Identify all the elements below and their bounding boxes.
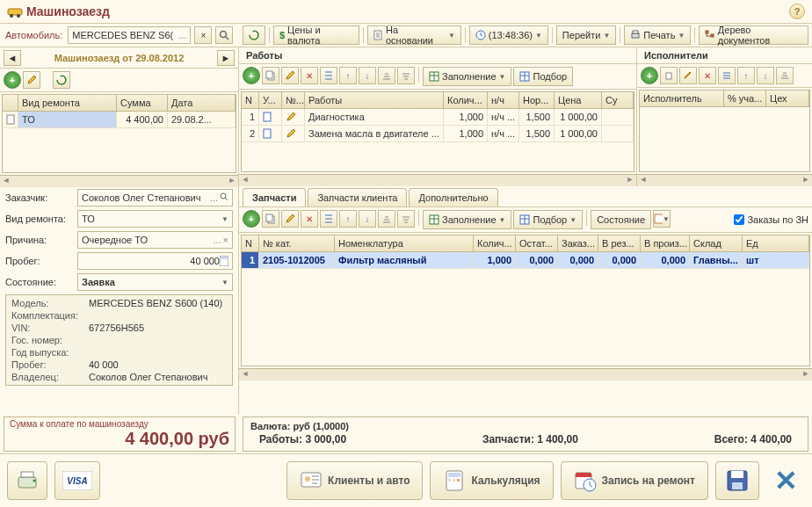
svg-point-3 <box>221 32 227 38</box>
prices-button[interactable]: $Цены и валюта <box>273 25 359 45</box>
svg-rect-10 <box>711 34 714 37</box>
svg-rect-36 <box>448 473 460 477</box>
svg-line-4 <box>226 37 228 40</box>
svg-rect-38 <box>453 479 455 482</box>
add-button[interactable]: + <box>243 67 260 84</box>
svg-rect-17 <box>266 71 272 78</box>
table-row[interactable]: 1 Диагностика 1,000 н/ч ... 1,500 1 000,… <box>242 109 634 126</box>
tree-button[interactable]: Дерево документов <box>699 25 808 45</box>
svg-point-30 <box>33 480 36 482</box>
tab-extra[interactable]: Дополнительно <box>409 188 497 206</box>
svg-rect-24 <box>266 214 272 221</box>
book-button[interactable]: Запись на ремонт <box>561 461 708 500</box>
delete-icon[interactable]: ✕ <box>301 210 318 228</box>
svg-line-13 <box>225 198 228 200</box>
refresh-small[interactable] <box>243 25 265 45</box>
list-icon[interactable] <box>718 67 736 84</box>
state-input[interactable]: Заявка▼ <box>77 273 233 291</box>
table-icon <box>519 71 530 82</box>
tree-icon[interactable] <box>320 210 337 228</box>
mileage-input[interactable]: 40 000 <box>77 252 233 270</box>
orders-checkbox[interactable]: Заказы по ЗН <box>734 210 808 229</box>
visa-button[interactable]: VISA <box>54 461 100 500</box>
goto-button[interactable]: Перейти▼ <box>556 25 617 45</box>
close-button[interactable]: ✕ <box>766 461 805 500</box>
add-button[interactable]: + <box>4 71 21 89</box>
copy-icon[interactable] <box>262 67 279 84</box>
add-button[interactable]: + <box>641 67 658 84</box>
footer: VISA Клиенты и авто Калькуляция Запись н… <box>0 453 812 507</box>
totals-left: Сумма к оплате по машинозаезду 4 400,00 … <box>4 416 236 452</box>
tree-icon <box>705 30 715 40</box>
svg-rect-27 <box>655 214 663 223</box>
copy-icon[interactable] <box>262 210 279 228</box>
repair-type-input[interactable]: ТО▼ <box>77 210 233 228</box>
edit-icon[interactable] <box>23 71 40 89</box>
delete-icon[interactable]: ✕ <box>301 67 318 84</box>
help-icon[interactable]: ? <box>789 4 805 19</box>
sort-icon[interactable] <box>776 67 794 84</box>
state-button[interactable]: Состояние <box>591 210 651 229</box>
basis-button[interactable]: На основании▼ <box>367 25 461 45</box>
car-input[interactable]: MERCEDES BENZ S6( ... <box>68 26 191 44</box>
time-button[interactable]: (13:48:36)▼ <box>469 25 548 45</box>
svg-rect-8 <box>633 31 638 33</box>
customer-input[interactable]: Соколов Олег Степанович... <box>77 189 233 206</box>
edit-icon[interactable] <box>679 67 697 84</box>
prev-arrow[interactable]: ◄ <box>4 50 21 66</box>
calculator-icon <box>443 469 466 492</box>
svg-rect-39 <box>457 479 460 482</box>
reason-input[interactable]: Очередное ТО...× <box>77 231 233 249</box>
sort-asc-icon[interactable] <box>378 210 395 228</box>
nav-title: Машинозаезд от 29.08.2012 <box>21 53 217 63</box>
doc-icon <box>263 112 273 122</box>
svg-rect-28 <box>18 477 36 488</box>
visa-icon: VISA <box>62 471 92 490</box>
delete-icon[interactable]: ✕ <box>699 67 716 84</box>
print-button[interactable]: Печать▼ <box>624 25 691 45</box>
svg-rect-41 <box>576 473 591 477</box>
edit-icon[interactable] <box>281 210 299 228</box>
tab-parts[interactable]: Запчасти <box>243 188 306 206</box>
doc-icon <box>373 30 383 40</box>
print-big-button[interactable] <box>7 461 47 500</box>
svg-rect-37 <box>448 479 451 482</box>
fill-button[interactable]: Заполнение▼ <box>423 210 511 229</box>
parts-toolbar: + ✕ ↑ ↓ Заполнение▼ Подбор▼ Состояние ▼ … <box>239 207 812 233</box>
clock-icon <box>475 30 486 40</box>
up-icon[interactable]: ↑ <box>339 210 357 228</box>
clear-icon[interactable]: × <box>194 26 212 44</box>
fill-button[interactable]: Заполнение▼ <box>423 67 511 86</box>
sort-asc-icon[interactable] <box>378 67 395 84</box>
floppy-icon <box>725 468 750 493</box>
printer-icon <box>15 468 40 493</box>
refresh-icon[interactable] <box>53 71 70 89</box>
printer-icon <box>630 30 641 40</box>
copy-icon[interactable] <box>660 67 678 84</box>
add-button[interactable]: + <box>243 210 260 228</box>
search-icon[interactable] <box>215 26 233 44</box>
table-row[interactable]: ТО 4 400,00 29.08.2... <box>3 112 236 128</box>
sort-desc-icon[interactable] <box>397 67 415 84</box>
save-button[interactable] <box>715 461 759 500</box>
clients-button[interactable]: Клиенты и авто <box>286 461 423 500</box>
table-row[interactable]: 2 Замена масла в двигателе ... 1,000 н/ч… <box>242 126 634 142</box>
down-icon[interactable]: ↓ <box>757 67 774 84</box>
up-icon[interactable]: ↑ <box>339 67 357 84</box>
next-arrow[interactable]: ► <box>217 50 235 66</box>
down-icon[interactable]: ↓ <box>359 210 376 228</box>
svg-rect-21 <box>264 129 271 138</box>
tab-client-parts[interactable]: Запчасти клиента <box>308 188 407 206</box>
select-button[interactable]: Подбор▼ <box>513 210 583 229</box>
down-icon[interactable]: ↓ <box>359 67 376 84</box>
table-row[interactable]: 1 2105-1012005 Фильтр масляный 1,000 0,0… <box>242 252 809 269</box>
select-button[interactable]: Подбор <box>513 67 573 86</box>
tree-toggle-icon[interactable] <box>320 67 337 84</box>
edit-icon[interactable] <box>281 67 299 84</box>
calc-button[interactable]: Калькуляция <box>430 461 553 500</box>
svg-rect-7 <box>632 33 639 38</box>
sort-desc-icon[interactable] <box>397 210 415 228</box>
calc-icon <box>220 256 228 266</box>
config-icon[interactable]: ▼ <box>653 210 671 228</box>
up-icon[interactable]: ↑ <box>737 67 755 84</box>
